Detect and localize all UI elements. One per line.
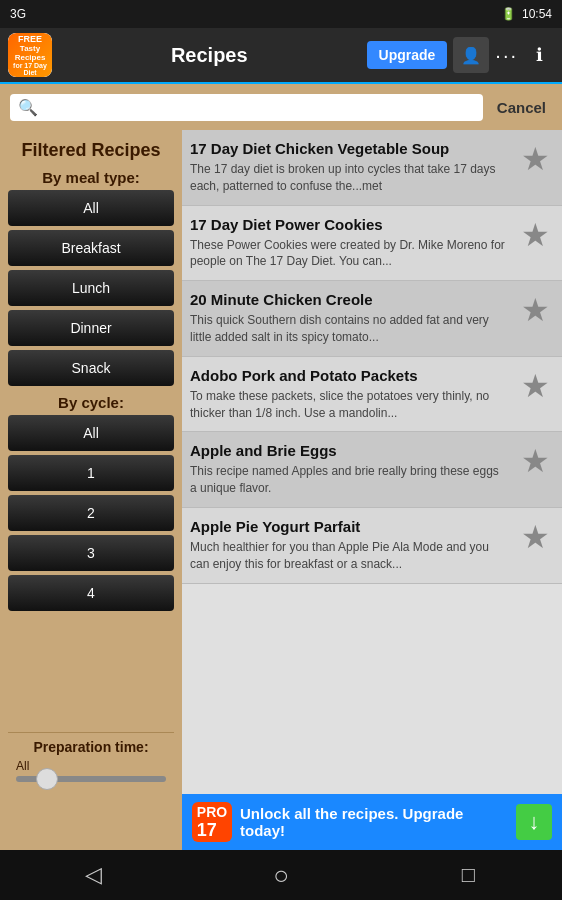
meal-type-label: By meal type: <box>8 169 174 186</box>
cycle-filter-1[interactable]: 1 <box>8 455 174 491</box>
time-display: 10:54 <box>522 7 552 21</box>
star-icon: ★ <box>521 442 550 480</box>
table-row[interactable]: 20 Minute Chicken Creole This quick Sout… <box>182 281 562 357</box>
meal-filter-breakfast[interactable]: Breakfast <box>8 230 174 266</box>
recipe-favorite[interactable]: ★ <box>516 291 554 329</box>
status-bar: 3G 🔋 10:54 <box>0 0 562 28</box>
star-icon: ★ <box>521 291 550 329</box>
recents-button[interactable]: □ <box>428 855 508 895</box>
page-title: Recipes <box>58 44 361 67</box>
ad-sidebar-spacer <box>0 794 182 850</box>
network-indicator: 3G <box>10 7 26 21</box>
cycle-filter-all[interactable]: All <box>8 415 174 451</box>
ad-icon-label: PRO17 <box>197 804 227 841</box>
star-icon: ★ <box>521 518 550 556</box>
prep-time-label: Preparation time: <box>16 739 166 755</box>
cycle-filter-3[interactable]: 3 <box>8 535 174 571</box>
ad-content: PRO17 Unlock all the recipes. Upgrade to… <box>182 802 562 842</box>
content-wrapper: Filtered Recipes By meal type: All Break… <box>0 130 562 850</box>
recipe-favorite[interactable]: ★ <box>516 442 554 480</box>
ad-row: PRO17 Unlock all the recipes. Upgrade to… <box>0 794 562 850</box>
home-button[interactable]: ○ <box>241 855 321 895</box>
sidebar-scroll: Filtered Recipes By meal type: All Break… <box>8 140 174 732</box>
recipe-title: Adobo Pork and Potato Packets <box>190 367 508 384</box>
profile-icon: 👤 <box>461 46 481 65</box>
search-input-wrapper: 🔍 <box>10 94 483 121</box>
cycle-filter-4[interactable]: 4 <box>8 575 174 611</box>
prep-slider-track <box>16 776 166 782</box>
recipe-title: Apple and Brie Eggs <box>190 442 508 459</box>
recipe-desc: These Power Cookies were created by Dr. … <box>190 237 508 271</box>
recipe-info: 20 Minute Chicken Creole This quick Sout… <box>190 291 508 346</box>
table-row[interactable]: 17 Day Diet Chicken Vegetable Soup The 1… <box>182 130 562 206</box>
recipe-title: 17 Day Diet Power Cookies <box>190 216 508 233</box>
recipe-favorite[interactable]: ★ <box>516 367 554 405</box>
ad-icon: PRO17 <box>192 802 232 842</box>
table-row[interactable]: Apple and Brie Eggs This recipe named Ap… <box>182 432 562 508</box>
ad-text: Unlock all the recipes. Upgrade today! <box>240 805 508 839</box>
recipe-title: 17 Day Diet Chicken Vegetable Soup <box>190 140 508 157</box>
prep-time-section: Preparation time: All <box>8 732 174 790</box>
recipe-desc: The 17 day diet is broken up into cycles… <box>190 161 508 195</box>
cycle-label: By cycle: <box>8 394 174 411</box>
recipe-info: Apple and Brie Eggs This recipe named Ap… <box>190 442 508 497</box>
search-bar: 🔍 Cancel <box>0 84 562 130</box>
recipe-favorite[interactable]: ★ <box>516 216 554 254</box>
recipe-info: Apple Pie Yogurt Parfait Much healthier … <box>190 518 508 573</box>
search-icon: 🔍 <box>18 98 38 117</box>
star-icon: ★ <box>521 367 550 405</box>
recipe-info: Adobo Pork and Potato Packets To make th… <box>190 367 508 422</box>
star-icon: ★ <box>521 140 550 178</box>
table-row[interactable]: Adobo Pork and Potato Packets To make th… <box>182 357 562 433</box>
recipe-list: 17 Day Diet Chicken Vegetable Soup The 1… <box>182 130 562 794</box>
prep-slider-thumb[interactable] <box>36 768 58 790</box>
meal-filter-dinner[interactable]: Dinner <box>8 310 174 346</box>
home-icon: ○ <box>273 860 289 891</box>
upgrade-button[interactable]: Upgrade <box>367 41 448 69</box>
table-row[interactable]: Apple Pie Yogurt Parfait Much healthier … <box>182 508 562 584</box>
recipe-title: 20 Minute Chicken Creole <box>190 291 508 308</box>
sidebar-title: Filtered Recipes <box>8 140 174 161</box>
star-icon: ★ <box>521 216 550 254</box>
cycle-filter-2[interactable]: 2 <box>8 495 174 531</box>
ad-banner[interactable]: PRO17 Unlock all the recipes. Upgrade to… <box>182 794 562 850</box>
meal-filter-lunch[interactable]: Lunch <box>8 270 174 306</box>
recipe-favorite[interactable]: ★ <box>516 518 554 556</box>
back-icon: ◁ <box>85 862 102 888</box>
recipe-favorite[interactable]: ★ <box>516 140 554 178</box>
meal-filter-snack[interactable]: Snack <box>8 350 174 386</box>
recipe-desc: To make these packets, slice the potatoe… <box>190 388 508 422</box>
header: FREE Tasty Recipes for 17 Day Diet Recip… <box>0 28 562 84</box>
info-button[interactable]: ℹ <box>524 44 554 66</box>
recipe-title: Apple Pie Yogurt Parfait <box>190 518 508 535</box>
ad-download-icon: ↓ <box>516 804 552 840</box>
more-options-button[interactable]: ··· <box>495 44 518 67</box>
bottom-nav: ◁ ○ □ <box>0 850 562 900</box>
recipe-desc: Much healthier for you than Apple Pie Al… <box>190 539 508 573</box>
recents-icon: □ <box>462 862 475 888</box>
search-input[interactable] <box>44 99 475 115</box>
sidebar: Filtered Recipes By meal type: All Break… <box>0 130 182 794</box>
recipe-info: 17 Day Diet Power Cookies These Power Co… <box>190 216 508 271</box>
recipe-desc: This quick Southern dish contains no add… <box>190 312 508 346</box>
meal-filter-all[interactable]: All <box>8 190 174 226</box>
app-logo: FREE Tasty Recipes for 17 Day Diet <box>8 33 52 77</box>
table-row[interactable]: 17 Day Diet Power Cookies These Power Co… <box>182 206 562 282</box>
back-button[interactable]: ◁ <box>54 855 134 895</box>
profile-button[interactable]: 👤 <box>453 37 489 73</box>
content-body: Filtered Recipes By meal type: All Break… <box>0 130 562 794</box>
battery-indicator: 🔋 <box>501 7 516 21</box>
recipe-desc: This recipe named Apples and brie really… <box>190 463 508 497</box>
recipe-info: 17 Day Diet Chicken Vegetable Soup The 1… <box>190 140 508 195</box>
search-cancel-button[interactable]: Cancel <box>491 95 552 120</box>
